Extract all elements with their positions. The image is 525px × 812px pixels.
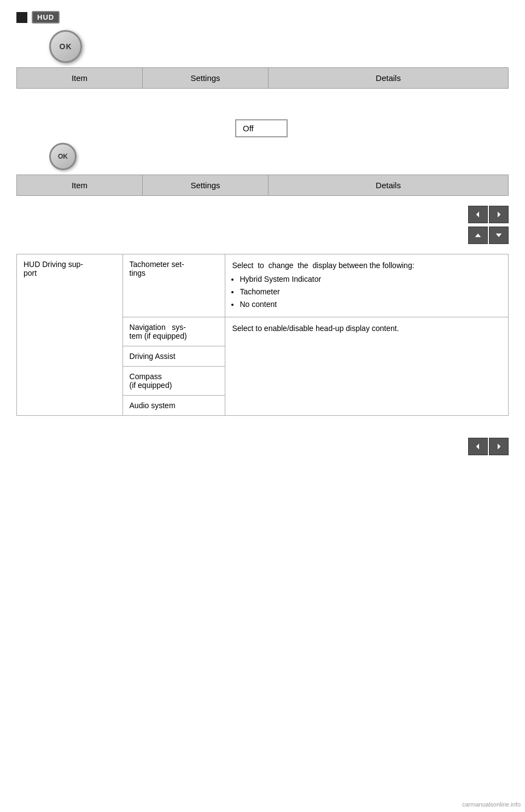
table1-col1: Item — [17, 68, 143, 88]
arrow-pair-lr-1 — [468, 206, 509, 223]
ok-button-1[interactable]: OK — [49, 30, 82, 63]
off-dropdown-value: Off — [243, 124, 254, 133]
left-arrow-btn-1[interactable] — [468, 206, 488, 223]
driving-assist-cell: Driving Assist — [122, 346, 225, 367]
svg-marker-5 — [498, 444, 500, 450]
svg-marker-1 — [498, 212, 500, 218]
table2-col2: Settings — [143, 175, 269, 195]
table-header-1: Item Settings Details — [16, 67, 509, 89]
arrow-pair-ud-1 — [468, 227, 509, 244]
table1-col3: Details — [269, 68, 508, 88]
audio-system-cell: Audio system — [122, 396, 225, 416]
table-row-tachometer: HUD Driving sup-port Tachometer set-ting… — [17, 254, 509, 317]
detail-item-nocontent: No content — [240, 299, 501, 310]
arrow-pair-lr-2 — [468, 438, 509, 455]
table2-col1: Item — [17, 175, 143, 195]
top-bar: HUD — [16, 11, 509, 24]
table1-col2: Settings — [143, 68, 269, 88]
left-arrow-btn-2[interactable] — [468, 438, 488, 455]
svg-marker-2 — [475, 234, 481, 237]
page: HUD OK Item Settings Details Off OK Item… — [0, 0, 525, 812]
tachometer-details-cell: Select to change the display between the… — [225, 254, 509, 317]
up-arrow-btn-1[interactable] — [468, 227, 488, 244]
svg-marker-3 — [496, 234, 502, 237]
hud-badge: HUD — [32, 11, 60, 24]
hud-driving-support-cell: HUD Driving sup-port — [17, 254, 123, 416]
navigation-settings-cell: Navigation sys-tem (if equipped) — [122, 317, 225, 346]
down-arrow-btn-1[interactable] — [489, 227, 509, 244]
detail-item-hybrid: Hybrid System Indicator — [240, 274, 501, 285]
main-content-table: HUD Driving sup-port Tachometer set-ting… — [16, 254, 509, 416]
ok-button-2[interactable]: OK — [49, 143, 77, 170]
off-dropdown[interactable]: Off — [235, 119, 288, 137]
table-header-2: Item Settings Details — [16, 175, 509, 196]
ud-arrows-1 — [16, 227, 509, 244]
tachometer-settings-cell: Tachometer set-tings — [122, 254, 225, 317]
svg-marker-0 — [476, 212, 479, 218]
lr-arrows-1 — [16, 206, 509, 223]
ok-button-1-label: OK — [60, 42, 72, 51]
table2-col3: Details — [269, 175, 508, 195]
tachometer-details-list: Hybrid System Indicator Tachometer No co… — [240, 274, 501, 310]
enable-disable-details-cell: Select to enable/disable head-up display… — [225, 317, 509, 416]
detail-item-tach: Tachometer — [240, 286, 501, 298]
black-square-icon — [16, 12, 27, 23]
ok-button-2-label: OK — [58, 153, 68, 160]
right-arrow-btn-1[interactable] — [489, 206, 509, 223]
compass-cell: Compass(if equipped) — [122, 367, 225, 396]
lr-arrows-2 — [16, 438, 509, 455]
watermark: carmanualsonline.info — [462, 801, 521, 808]
svg-marker-4 — [476, 444, 479, 450]
right-arrow-btn-2[interactable] — [489, 438, 509, 455]
